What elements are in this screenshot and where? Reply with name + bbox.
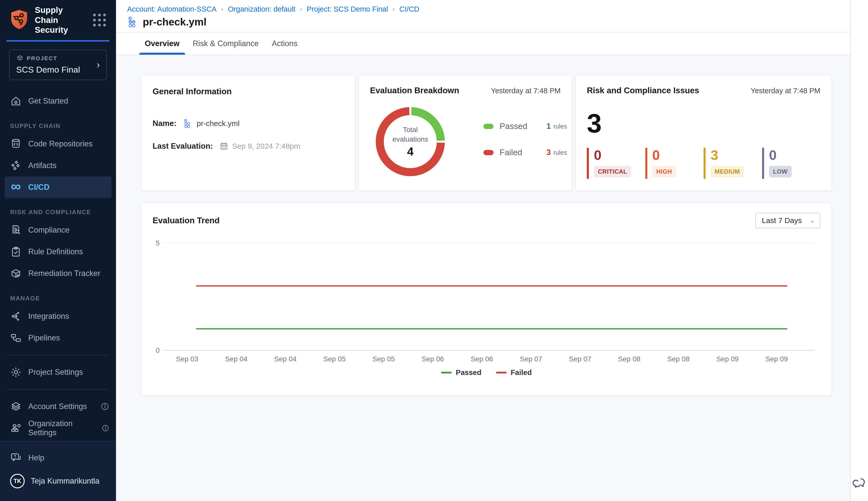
chevron-right-icon: › (97, 60, 100, 70)
general-information-card: General Information Name: pr-check.yml L… (141, 75, 355, 191)
failed-line-swatch (496, 372, 506, 373)
svg-text:Sep 06: Sep 06 (471, 355, 493, 363)
breadcrumb-organization[interactable]: Organization: default (228, 5, 295, 13)
card-title: Evaluation Breakdown (370, 86, 459, 95)
page-title: pr-check.yml (143, 16, 207, 28)
sidebar-item-remediation-tracker[interactable]: Remediation Tracker (0, 263, 116, 284)
org-gear-icon (10, 422, 22, 434)
divider (7, 389, 109, 390)
passed-count: 1 (546, 122, 551, 131)
pipeline-icon (127, 16, 139, 28)
sidebar-nav: Get Started SUPPLY CHAIN Code Repositori… (0, 90, 116, 439)
sidebar-item-cicd[interactable]: ∞ CI/CD (4, 177, 112, 198)
sidebar-item-project-settings[interactable]: Project Settings (0, 361, 116, 383)
svg-text:Sep 09: Sep 09 (765, 355, 788, 363)
severity-badge: HIGH (652, 166, 676, 178)
sidebar-item-help[interactable]: ? Help (0, 447, 116, 469)
svg-text:Sep 07: Sep 07 (520, 355, 542, 363)
tab-overview[interactable]: Overview (139, 32, 185, 55)
chevron-separator-icon: › (300, 5, 302, 13)
divider (7, 355, 109, 355)
sidebar-item-code-repositories[interactable]: Code Repositories (0, 133, 116, 155)
info-icon[interactable] (101, 424, 109, 433)
project-name: SCS Demo Final (16, 65, 100, 75)
chat-assistant-icon[interactable] (853, 476, 866, 490)
compliance-icon (10, 224, 22, 236)
severity-medium: 3 MEDIUM (703, 148, 762, 179)
trend-legend-passed: Passed (441, 369, 481, 377)
trend-line-chart: 05Sep 03Sep 04Sep 04Sep 05Sep 05Sep 06Se… (153, 235, 821, 366)
calendar-icon (219, 142, 229, 151)
severity-bar (587, 148, 589, 179)
sidebar-item-get-started[interactable]: Get Started (0, 90, 116, 112)
sidebar-item-organization-settings[interactable]: Organization Settings (0, 417, 116, 439)
layers-gear-icon (10, 401, 22, 412)
name-label: Name: (153, 119, 177, 128)
severity-bar (762, 148, 764, 179)
sidebar-item-pipelines[interactable]: Pipelines (0, 327, 116, 349)
severity-high: 0 HIGH (645, 148, 704, 179)
package-icon (10, 268, 22, 279)
svg-text:Sep 07: Sep 07 (569, 355, 592, 363)
breadcrumb-cicd[interactable]: CI/CD (399, 5, 419, 13)
donut-center-label: Total (393, 125, 428, 135)
trend-legend: Passed Failed (153, 369, 820, 377)
tab-actions[interactable]: Actions (266, 32, 303, 55)
name-value: pr-check.yml (197, 119, 240, 128)
breakdown-legend: Passed 1 rules Failed 3 rules (483, 121, 567, 157)
project-selector[interactable]: PROJECT SCS Demo Final › (9, 50, 107, 80)
breadcrumb-account[interactable]: Account: Automation-SSCA (127, 5, 217, 13)
section-manage: MANAGE (0, 284, 116, 306)
sidebar-item-compliance[interactable]: Compliance (0, 219, 116, 241)
chevron-separator-icon: › (393, 5, 395, 13)
info-icon[interactable] (101, 402, 109, 411)
pipelines-icon (10, 332, 22, 344)
severity-badge: CRITICAL (594, 166, 631, 178)
chevron-separator-icon: › (221, 5, 223, 13)
card-title: Evaluation Trend (153, 216, 220, 225)
pipeline-icon (183, 118, 193, 129)
breadcrumb-project[interactable]: Project: SCS Demo Final (307, 5, 388, 13)
breakdown-timestamp: Yesterday at 7:48 PM (491, 87, 561, 95)
last-evaluation-label: Last Evaluation: (153, 142, 213, 151)
evaluation-breakdown-card: Evaluation Breakdown Yesterday at 7:48 P… (359, 75, 572, 191)
severity-low: 0 LOW (762, 148, 820, 179)
severity-row: 0 CRITICAL 0 HIGH 3 (587, 148, 820, 179)
sidebar-bottom: ? Help TK Teja Kummarikuntla (0, 441, 116, 501)
risk-compliance-card: Risk and Compliance Issues Yesterday at … (575, 75, 832, 191)
cube-icon (16, 55, 24, 62)
help-chat-icon: ? (10, 452, 22, 464)
legend-item-passed: Passed 1 rules (483, 121, 567, 131)
failed-count: 3 (546, 148, 551, 157)
risk-timestamp: Yesterday at 7:48 PM (751, 87, 820, 95)
infinity-icon: ∞ (10, 181, 22, 193)
svg-text:Sep 09: Sep 09 (716, 355, 739, 363)
sidebar-item-account-settings[interactable]: Account Settings (0, 396, 116, 417)
tab-risk-compliance[interactable]: Risk & Compliance (187, 32, 264, 55)
user-menu[interactable]: TK Teja Kummarikuntla (0, 469, 116, 493)
main-area: Account: Automation-SSCA › Organization:… (116, 0, 850, 501)
sidebar-item-artifacts[interactable]: Artifacts (0, 155, 116, 177)
svg-text:Sep 06: Sep 06 (422, 355, 444, 363)
avatar: TK (10, 474, 25, 488)
card-title: Risk and Compliance Issues (587, 86, 699, 95)
trend-legend-failed: Failed (496, 369, 532, 377)
severity-bar (645, 148, 647, 179)
sidebar-item-integrations[interactable]: Integrations (0, 306, 116, 327)
severity-critical: 0 CRITICAL (587, 148, 645, 179)
shield-logo-icon (9, 9, 29, 31)
svg-text:Sep 05: Sep 05 (323, 355, 346, 363)
last-evaluation-value: Sep 9, 2024 7:48pm (232, 142, 300, 150)
failed-swatch (483, 150, 493, 155)
module-grid-icon[interactable] (92, 12, 107, 28)
content: General Information Name: pr-check.yml L… (116, 55, 850, 501)
passed-line-swatch (441, 372, 452, 373)
sidebar-item-rule-definitions[interactable]: Rule Definitions (0, 241, 116, 263)
chevron-down-icon: ⌄ (810, 217, 815, 224)
severity-badge: LOW (769, 166, 792, 178)
svg-text:Sep 08: Sep 08 (667, 355, 690, 363)
date-range-value: Last 7 Days (762, 216, 802, 225)
svg-text:Sep 08: Sep 08 (618, 355, 640, 363)
section-risk-and-compliance: RISK AND COMPLIANCE (0, 198, 116, 219)
date-range-select[interactable]: Last 7 Days ⌄ (755, 213, 820, 228)
